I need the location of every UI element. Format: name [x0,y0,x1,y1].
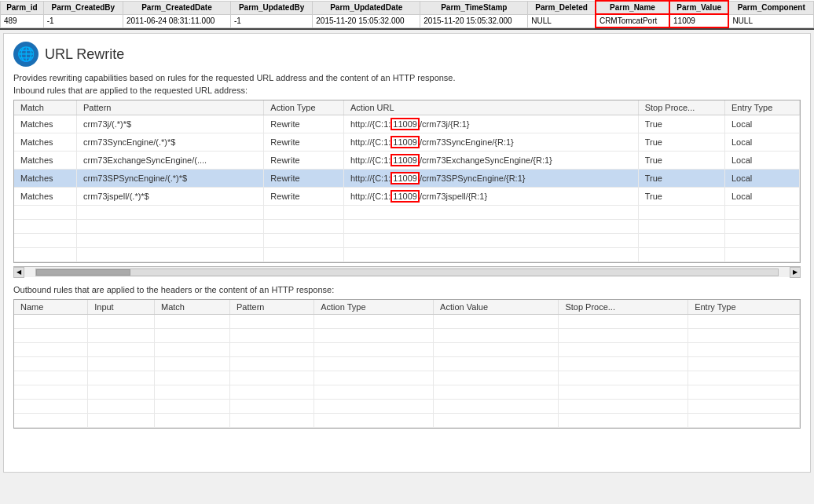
scroll-track[interactable] [35,268,779,276]
page-header: URL Rewrite [13,42,801,67]
outbound-table-wrapper: NameInputMatchPatternAction TypeAction V… [13,299,801,429]
table-row [14,248,800,262]
table-row [14,385,800,400]
top-data-row: Parm_idParm_CreatedByParm_CreatedDatePar… [0,0,814,30]
port-highlight: 11009 [390,172,420,184]
table-row [14,343,800,357]
table-row [14,329,800,343]
table-row[interactable]: Matchescrm73ExchangeSyncEngine/(....Rewr… [14,152,800,170]
horizontal-scrollbar[interactable]: ◀ ▶ [13,266,801,277]
table-row [14,414,800,428]
scroll-thumb[interactable] [36,269,130,276]
table-row [14,400,800,414]
port-highlight: 11009 [390,190,420,203]
table-row[interactable]: Matchescrm73j/(.*)*$Rewritehttp://{C:1:1… [14,115,800,133]
scroll-right-arrow[interactable]: ▶ [790,267,801,278]
table-row [14,206,800,220]
port-highlight: 11009 [390,136,420,148]
scroll-left-arrow[interactable]: ◀ [13,267,24,278]
table-row [14,315,800,329]
description-text: Provides rewriting capabilities based on… [13,73,801,82]
table-row [14,220,800,234]
inbound-label: Inbound rules that are applied to the re… [13,86,801,95]
table-row[interactable]: Matchescrm73SyncEngine/(.*)*$Rewritehttp… [14,133,800,152]
port-highlight: 11009 [390,154,420,166]
table-row[interactable]: Matchescrm73jspell/(.*)*$Rewritehttp://{… [14,188,800,206]
port-highlight: 11009 [390,118,420,130]
table-row [14,357,800,371]
url-rewrite-icon [13,42,38,67]
outbound-label: Outbound rules that are applied to the h… [13,285,801,294]
outbound-table: NameInputMatchPatternAction TypeAction V… [14,300,800,428]
table-row[interactable]: Matchescrm73SPSyncEngine/(.*)*$Rewriteht… [14,170,800,188]
page-title: URL Rewrite [45,46,124,63]
inbound-table: MatchPatternAction TypeAction URLStop Pr… [14,100,800,262]
table-row [14,371,800,385]
table-row [14,234,800,248]
main-content: URL Rewrite Provides rewriting capabilit… [3,33,811,473]
inbound-table-wrapper: MatchPatternAction TypeAction URLStop Pr… [13,100,801,263]
